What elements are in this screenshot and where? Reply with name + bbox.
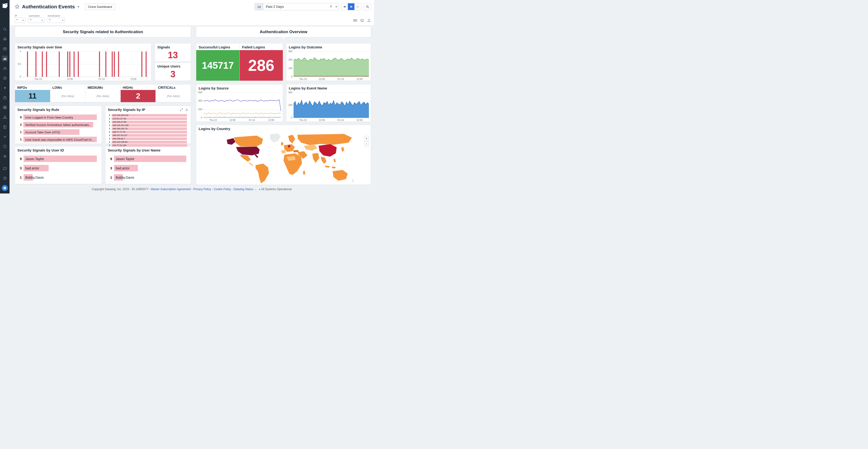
toplist-row[interactable]: 1196.190.66.7: [108, 138, 188, 140]
toplist-row[interactable]: 1Bobby.Davis: [18, 174, 99, 181]
toplist-row[interactable]: 2Verified Access Anomalous failed authen…: [18, 122, 99, 127]
metrics-icon[interactable]: [2, 56, 8, 61]
footer-link-status[interactable]: Datadog Status →: [234, 187, 257, 191]
country-uk[interactable]: [281, 142, 283, 146]
toplist-row[interactable]: 1Account Take Over (ATO): [18, 129, 99, 135]
time-range-selector[interactable]: 2d Past 2 Days ▾: [255, 3, 339, 10]
toplist-row[interactable]: 1118.63.217.50: [108, 117, 188, 120]
settings-icon[interactable]: [2, 153, 8, 159]
apm-icon[interactable]: [2, 65, 8, 71]
dashboards-icon[interactable]: [2, 104, 8, 110]
time-range-chevron-down-icon[interactable]: ▾: [334, 5, 338, 8]
synthetics-icon[interactable]: [2, 85, 8, 91]
svg-text:12:00: 12:00: [130, 78, 136, 81]
signals-over-time-chart[interactable]: 00.51Thu 1312:00Fri 1412:00: [15, 50, 151, 81]
clone-dashboard-button[interactable]: Clone Dashboard: [85, 4, 115, 10]
title-chevron-down-icon[interactable]: ▾: [77, 4, 80, 9]
tv-mode-icon[interactable]: [360, 18, 364, 23]
country-spain[interactable]: [281, 150, 286, 154]
help-icon[interactable]: [2, 175, 8, 181]
widget-infos: INFOs 11: [15, 84, 50, 102]
country-indonesia-west[interactable]: [325, 166, 330, 168]
footer-link-cookie[interactable]: Cookie Policy: [214, 187, 231, 191]
widget-mediums: MEDIUMs (No data): [85, 84, 121, 102]
toplist-row[interactable]: 1112.134.234.119: [108, 114, 188, 117]
toplist-row[interactable]: 3bad.actor: [18, 165, 99, 171]
country-australia[interactable]: [333, 170, 348, 181]
filter-username-value: *: [30, 19, 31, 22]
toplist-row[interactable]: 1160.119.161.190: [108, 124, 188, 127]
favorite-star-icon[interactable]: [15, 4, 20, 9]
rewind-button[interactable]: [341, 3, 348, 10]
country-new-zealand[interactable]: [352, 178, 354, 182]
zoom-out-graph-button[interactable]: [364, 3, 371, 10]
filter-ip-dropdown[interactable]: * ▾: [15, 18, 25, 23]
filter-username-dropdown[interactable]: * ▾: [29, 18, 44, 23]
country-se-asia[interactable]: [320, 157, 327, 164]
map-zoom-out-button[interactable]: −: [364, 142, 369, 146]
toplist-row[interactable]: 9Jason.Taylor: [18, 155, 99, 162]
watchdog-icon[interactable]: [2, 36, 8, 42]
map-zoom-in-button[interactable]: +: [364, 136, 369, 141]
country-greenland[interactable]: [270, 133, 281, 143]
toplist-row[interactable]: 9Jason.Taylor: [108, 155, 188, 162]
toplist-row[interactable]: 1Bobby.Davis: [108, 174, 188, 181]
country-russia[interactable]: [297, 134, 352, 145]
country-mexico[interactable]: [240, 155, 251, 162]
toplist-row[interactable]: 9User Logged In From New Country: [18, 115, 99, 120]
country-china[interactable]: [318, 144, 337, 157]
footer-link-msa[interactable]: Master Subscription Agreement: [151, 187, 190, 191]
share-icon[interactable]: [367, 18, 371, 23]
footer-link-privacy[interactable]: Privacy Policy: [193, 187, 211, 191]
toplist-row[interactable]: 1146.226.47.86: [108, 121, 188, 123]
monitors-icon[interactable]: [2, 75, 8, 81]
widget-title: Security Signals by Rule: [18, 108, 59, 112]
toplist-row[interactable]: 1188.167.62.117: [108, 134, 188, 137]
fullscreen-icon[interactable]: [180, 108, 183, 112]
notebooks-icon[interactable]: [2, 124, 8, 130]
logins-by-event-name-chart[interactable]: 0200400Thu 1312:00Fri 1412:00: [286, 91, 371, 122]
country-usa[interactable]: [236, 147, 259, 155]
country-canada[interactable]: [234, 136, 263, 147]
country-africa-sahel[interactable]: [287, 156, 295, 160]
country-central-america[interactable]: [248, 162, 254, 166]
country-madagascar[interactable]: [303, 170, 306, 175]
search-icon[interactable]: [2, 26, 8, 32]
datadog-logo-icon[interactable]: [1, 1, 8, 9]
toplist-bar-track: Verified Access Anomalous failed authent…: [23, 122, 99, 127]
integrations-icon[interactable]: [2, 95, 8, 100]
toplist-row[interactable]: 1186.77.77.78: [108, 131, 188, 133]
toplist-row[interactable]: 3bad.actor: [108, 165, 188, 171]
security-icon[interactable]: [2, 144, 8, 149]
chat-icon[interactable]: [2, 166, 8, 172]
country-india[interactable]: [312, 153, 319, 163]
filter-eventname-dropdown[interactable]: * ▾: [48, 18, 65, 23]
time-range-label[interactable]: Past 2 Days: [263, 5, 328, 8]
toplist-row[interactable]: 1202.123.159.94: [108, 141, 188, 143]
export-icon[interactable]: [185, 108, 188, 112]
logins-by-outcome-chart[interactable]: 0100200300Thu 1312:00Fri 1412:00: [286, 50, 371, 81]
pin-timeframe-icon[interactable]: [328, 5, 334, 8]
country-philippines[interactable]: [333, 158, 336, 163]
keyboard-shortcuts-icon[interactable]: [353, 18, 357, 23]
network-icon[interactable]: [2, 114, 8, 120]
toplist-row[interactable]: 1User travel was impossible in AWS Cloud…: [18, 137, 99, 142]
user-avatar[interactable]: [2, 185, 8, 191]
country-germany[interactable]: [287, 145, 290, 148]
logins-by-source-chart[interactable]: 0200400600Thu 1312:00Fri 1412:00: [196, 91, 283, 122]
ci-icon[interactable]: [2, 134, 8, 140]
logs-icon[interactable]: [2, 46, 8, 52]
country-indonesia-east[interactable]: [332, 167, 336, 169]
forward-button[interactable]: [354, 3, 361, 10]
toplist-row[interactable]: 1186.190.242.76: [108, 127, 188, 130]
toplist-row[interactable]: 1212.77.61.156: [108, 144, 188, 147]
country-south-america[interactable]: [255, 163, 269, 183]
svg-text:12:00: 12:00: [268, 119, 274, 121]
country-central-asia[interactable]: [304, 145, 317, 151]
world-map[interactable]: + −: [196, 132, 371, 185]
time-range-chip[interactable]: 2d: [255, 3, 263, 10]
pause-button[interactable]: [348, 3, 354, 10]
country-japan[interactable]: [341, 147, 344, 152]
country-scandinavia[interactable]: [288, 134, 295, 143]
country-alaska[interactable]: [226, 138, 235, 145]
